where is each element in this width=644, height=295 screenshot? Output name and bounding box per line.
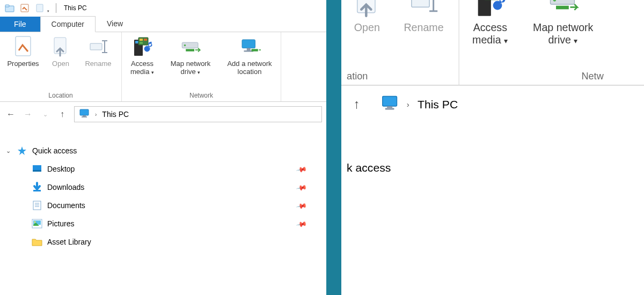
tree-item-documents[interactable]: Documents 📌	[4, 196, 322, 215]
tab-file[interactable]: File	[0, 17, 40, 32]
properties-button[interactable]: Properties	[4, 35, 42, 92]
tree-quick-access[interactable]: k access	[347, 153, 644, 181]
open-button[interactable]: Open	[347, 0, 387, 70]
tree-label: Desktop	[47, 165, 75, 173]
nav-up-icon[interactable]: ↑	[57, 109, 68, 119]
ribbon-group-network: Access media ▾ Map network drive ▾ Add a…	[122, 32, 281, 101]
svg-rect-23	[80, 109, 89, 115]
tree-label: Downloads	[47, 183, 84, 191]
svg-rect-20	[247, 48, 251, 50]
explorer-window-left: ▾ This PC File Computer View Properties	[0, 0, 327, 295]
svg-rect-28	[33, 190, 41, 191]
open-button[interactable]: Open	[47, 35, 74, 92]
rename-icon	[87, 35, 109, 58]
star-icon	[16, 145, 28, 157]
tree-label: Documents	[47, 201, 85, 210]
qat-folder-icon[interactable]	[3, 2, 16, 14]
tree-item-downloads[interactable]: Downloads 📌	[4, 178, 322, 196]
svg-rect-50	[383, 97, 397, 106]
ribbon-tab-row: File Computer View	[0, 16, 327, 32]
svg-rect-14	[144, 39, 147, 41]
breadcrumb-this-pc[interactable]: This PC	[418, 98, 458, 110]
nav-up-icon[interactable]: ↑	[348, 97, 364, 112]
tree-item-asset-library[interactable]: Asset Library	[4, 233, 322, 251]
downloads-icon	[31, 181, 43, 193]
svg-rect-37	[412, 0, 429, 7]
breadcrumb-chevron-icon[interactable]: ›	[95, 112, 97, 117]
svg-rect-15	[140, 42, 143, 44]
pin-icon: 📌	[296, 200, 308, 211]
chevron-down-icon[interactable]: ⌄	[4, 148, 12, 154]
map-drive-icon	[546, 0, 580, 19]
image-divider	[326, 0, 341, 295]
map-drive-icon	[179, 35, 202, 58]
tree-quick-access[interactable]: ⌄ Quick access	[4, 142, 322, 160]
svg-point-17	[184, 45, 186, 47]
access-media-icon	[131, 35, 153, 58]
nav-recent-dropdown-icon[interactable]: ⌄	[40, 111, 50, 118]
desktop-icon	[31, 163, 43, 175]
tree-label: Pictures	[47, 219, 75, 228]
documents-icon	[31, 200, 43, 211]
access-media-icon	[473, 0, 507, 19]
group-label-location: Location	[48, 92, 72, 100]
svg-rect-22	[252, 49, 258, 51]
add-network-location-button[interactable]: Add a network location	[223, 35, 276, 92]
qat-blank-icon[interactable]	[33, 2, 46, 14]
map-network-drive-button[interactable]: Map network drive ▾	[523, 0, 604, 70]
breadcrumb-this-pc[interactable]: This PC	[102, 110, 129, 119]
svg-rect-27	[33, 170, 41, 172]
svg-rect-29	[33, 201, 41, 210]
group-label-network: Netw	[581, 70, 603, 83]
svg-rect-49	[556, 6, 569, 10]
tree-item-desktop[interactable]: Desktop 📌	[4, 160, 322, 178]
ribbon-group-location: Properties Open Rename	[0, 32, 122, 101]
ribbon-group-location: Open Rename ation	[340, 0, 459, 85]
qat-properties-icon[interactable]	[18, 2, 31, 14]
ribbon: Properties Open Rename	[0, 32, 327, 102]
svg-rect-1	[5, 5, 9, 7]
properties-icon	[12, 35, 34, 58]
open-icon	[350, 0, 384, 19]
add-location-icon	[238, 35, 261, 58]
nav-forward-icon[interactable]: →	[23, 109, 33, 119]
address-bar: ↑ › This PC	[340, 86, 644, 123]
svg-rect-13	[140, 39, 143, 41]
svg-rect-18	[186, 49, 194, 51]
pictures-icon	[31, 218, 43, 230]
qat-dropdown-icon[interactable]: ▾	[47, 9, 49, 13]
pin-icon: 📌	[296, 163, 308, 174]
ribbon-group-network: Access media ▾ Map network drive ▾ Netw	[459, 0, 610, 85]
rename-button[interactable]: Rename	[396, 0, 452, 70]
group-label-location: ation	[347, 70, 368, 83]
tab-view[interactable]: View	[96, 16, 134, 32]
tree-label-fragment: k access	[347, 161, 391, 174]
breadcrumb-box[interactable]: › This PC	[74, 106, 322, 122]
breadcrumb-box[interactable]: › This PC	[374, 92, 644, 116]
window-title: This PC	[64, 4, 87, 12]
svg-rect-24	[83, 115, 86, 116]
ribbon: Open Rename ation	[340, 0, 644, 86]
qat-separator	[56, 3, 56, 13]
rename-button[interactable]: Rename	[79, 35, 117, 92]
svg-rect-3	[36, 4, 43, 12]
folder-icon	[31, 236, 43, 248]
tree-label: Asset Library	[47, 238, 91, 246]
breadcrumb-chevron-icon[interactable]: ›	[407, 100, 409, 109]
svg-rect-19	[242, 40, 255, 48]
tree-item-pictures[interactable]: Pictures 📌	[4, 215, 322, 233]
pin-icon: 📌	[296, 218, 308, 229]
access-media-button[interactable]: Access media ▾	[126, 35, 158, 92]
group-label-network: Network	[189, 92, 213, 100]
svg-rect-51	[387, 106, 392, 108]
open-icon	[49, 35, 72, 58]
tab-computer[interactable]: Computer	[40, 16, 96, 32]
nav-back-icon[interactable]: ←	[5, 109, 16, 119]
svg-rect-6	[90, 43, 102, 50]
access-media-button[interactable]: Access media ▾	[466, 0, 515, 70]
breadcrumb-this-pc-icon	[79, 108, 90, 121]
explorer-window-right-zoom: Computer View Open Rename	[340, 0, 644, 295]
map-network-drive-button[interactable]: Map network drive ▾	[164, 35, 217, 92]
rename-icon	[407, 0, 441, 19]
nav-tree: ⌄ Quick access Desktop 📌 Downloads 📌	[0, 127, 327, 256]
